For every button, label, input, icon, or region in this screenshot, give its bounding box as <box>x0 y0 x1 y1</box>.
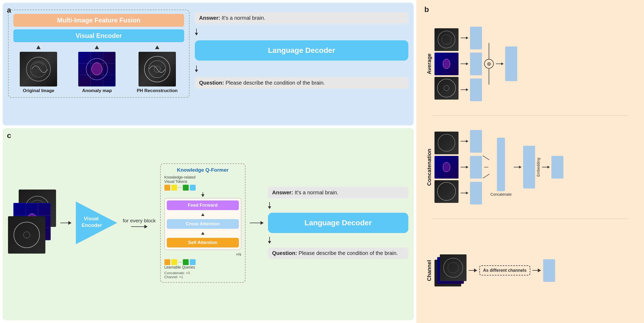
knowledge-tokens: Knowledge-relatedVisual Tokens ··· <box>164 175 241 191</box>
v-arrow-c-1 <box>268 202 271 209</box>
section-content-concat: ╲ ─ ╱ Concatenate Embedding <box>434 130 636 204</box>
svg-point-14 <box>442 35 451 44</box>
embed-concat-3 <box>470 182 482 204</box>
lq-token-3 <box>183 259 189 265</box>
section-channel: Channel <box>424 219 636 317</box>
arrow-concat-3 <box>461 192 468 194</box>
section-concatenation: Concatenation <box>424 116 636 219</box>
right-sections-wrapper: Average <box>424 18 636 317</box>
arrow-concat-2 <box>461 166 468 168</box>
embed-avg-3 <box>470 78 482 101</box>
brain-blue <box>78 52 116 86</box>
answer-text-c: It's a normal brain. <box>295 190 338 195</box>
line-from-plus <box>489 69 489 85</box>
token-dots: ··· <box>178 185 182 190</box>
channel-img-1 <box>440 254 467 281</box>
question-text-a: Please describe the condition of the bra… <box>226 80 325 86</box>
brain-concat-2 <box>434 156 459 179</box>
channel-label: Channel: ×1 <box>164 275 241 279</box>
tokens-row-top: ··· <box>164 185 196 191</box>
left-panel: a Multi-Image Feature Fusion Visual Enco… <box>0 0 416 323</box>
embedding-label: Embedding <box>536 158 540 177</box>
arrow-avg-1 <box>461 37 468 39</box>
h-arrow-1 <box>60 221 72 225</box>
anomaly-image <box>78 52 116 86</box>
avg-brain-svg-1 <box>434 28 459 51</box>
ph-image <box>139 52 176 86</box>
v-arrow-2 <box>195 65 198 72</box>
circle-plus: ⊕ <box>484 59 494 69</box>
knowledge-tokens-label: Knowledge-relatedVisual Tokens <box>164 175 196 184</box>
panel-a-label: a <box>7 6 11 14</box>
concat-text: Concatenate <box>491 192 512 196</box>
dash-center: ─ <box>484 164 488 171</box>
concat-svg-1 <box>434 132 459 154</box>
concat-svg-2 <box>434 156 459 179</box>
right-panel: b Average <box>416 0 644 323</box>
brain-col-average <box>434 28 459 100</box>
question-box-a: Question: Please describe the condition … <box>195 77 408 89</box>
h-arrow-3 <box>250 221 264 225</box>
svg-text:Visual: Visual <box>84 216 99 221</box>
arrow-up-cross <box>201 213 204 216</box>
brain-svg-1 <box>20 52 57 86</box>
answer-text-a: It's a normal brain. <box>222 15 265 21</box>
embed-col-average <box>461 27 482 101</box>
arrow-avg-2 <box>461 62 468 65</box>
times-n: ×N <box>164 252 241 257</box>
for-every-block-container: for every block <box>123 217 156 229</box>
svg-point-0 <box>26 57 50 81</box>
section-average: Average <box>424 18 636 115</box>
svg-point-18 <box>437 182 456 200</box>
slash-2: ╱ <box>483 172 489 180</box>
multi-image-box: Multi-Image Feature Fusion <box>13 14 184 27</box>
brain-col-concat <box>434 132 459 203</box>
for-every-block-label: for every block <box>123 218 156 224</box>
embed-channel-out <box>543 259 555 282</box>
svg-point-1 <box>30 61 46 77</box>
svg-point-17 <box>438 134 455 151</box>
feed-forward-block: Feed Forward <box>167 200 239 210</box>
arrow-out-embed <box>542 166 550 168</box>
avg-brain-svg-3 <box>434 77 459 100</box>
lq-token-2 <box>171 259 177 265</box>
tokens-row-bottom: ··· <box>164 259 196 265</box>
panel-c-label: c <box>7 131 11 140</box>
anomaly-label: Anomaly map <box>82 88 112 93</box>
attn-blocks: Feed Forward Cross Attention Self Attent… <box>164 198 241 250</box>
learnable-queries-label: Learnable Queries <box>164 265 195 269</box>
svg-point-15 <box>437 79 456 97</box>
brain-concat-1 <box>434 132 459 154</box>
ch-svg-1 <box>440 254 467 281</box>
embed-avg-2 <box>470 53 482 75</box>
embed-final <box>551 156 563 179</box>
triangle-svg: Visual Encoder <box>76 199 118 247</box>
arrow-out-avg <box>496 62 504 65</box>
section-content-average: ⊕ <box>434 27 636 101</box>
panel-a: a Multi-Image Feature Fusion Visual Enco… <box>3 3 414 125</box>
lq-token-1 <box>164 259 170 265</box>
svg-point-8 <box>14 222 39 248</box>
brain-concat-3 <box>434 180 459 203</box>
panel-c: c <box>3 128 414 320</box>
token-1 <box>164 185 170 191</box>
cross-attention-block: Cross Attention <box>167 219 239 229</box>
section-title-concat: Concatenation <box>424 149 432 186</box>
svg-point-20 <box>448 262 459 273</box>
stack-img-3 <box>8 216 45 254</box>
answer-box-a: Answer: It's a normal brain. <box>195 12 408 24</box>
stack-svg-3 <box>8 216 45 254</box>
panel-c-right: Answer: It's a normal brain. Language De… <box>268 187 408 259</box>
token-3 <box>183 185 189 191</box>
channel-stack <box>434 254 467 286</box>
image-item-anomaly: Anomaly map <box>78 45 116 93</box>
brain-avg-2 <box>434 53 459 75</box>
question-box-c: Question: Please describe the condition … <box>268 247 408 259</box>
brain-dark-1 <box>20 52 57 86</box>
brain-dark-2 <box>139 52 176 86</box>
svg-text:Encoder: Encoder <box>82 222 102 228</box>
v-arrow-into-blocks <box>164 192 241 197</box>
embed-concat-1 <box>470 130 482 153</box>
visual-encoder-box: Visual Encoder <box>13 29 184 42</box>
v-arrow-1 <box>195 29 198 36</box>
